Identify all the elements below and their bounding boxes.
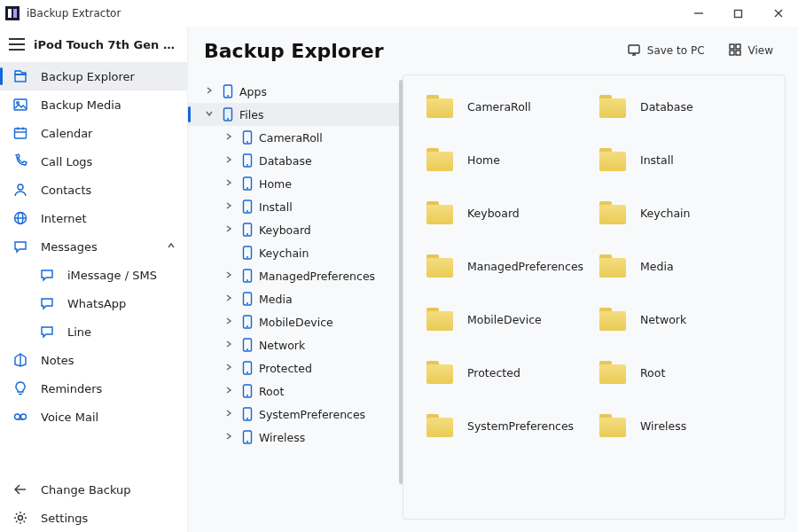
svg-rect-5 [14, 99, 27, 110]
folder-mobiledevice[interactable]: MobileDevice [426, 308, 589, 331]
tree-row-cameraroll[interactable]: CameraRoll [188, 126, 403, 149]
sidebar-item-whatsapp[interactable]: WhatsApp [0, 289, 187, 317]
chevron-right-icon[interactable] [222, 224, 236, 236]
tree-row-keychain[interactable]: Keychain [188, 241, 403, 264]
folder-icon [426, 414, 453, 437]
calendar-icon [12, 125, 28, 141]
tree-row-systempreferences[interactable]: SystemPreferences [188, 403, 403, 426]
chevron-right-icon[interactable] [202, 86, 216, 98]
folder-keyboard[interactable]: Keyboard [426, 201, 589, 224]
svg-point-18 [21, 414, 27, 419]
app-title: iBackup Extractor [27, 7, 121, 20]
tree-row-protected[interactable]: Protected [188, 356, 403, 379]
folder-wireless[interactable]: Wireless [599, 414, 762, 437]
sidebar-item-label: Calendar [41, 127, 92, 140]
sidebar-item-imessage-sms[interactable]: iMessage / SMS [0, 261, 187, 289]
chevron-right-icon[interactable] [222, 293, 236, 305]
close-button[interactable] [758, 0, 798, 27]
chevron-down-icon[interactable] [202, 109, 216, 121]
maximize-button[interactable] [718, 0, 758, 27]
folder-icon [599, 148, 626, 171]
folder-icon [599, 201, 626, 224]
sidebar-item-backup-explorer[interactable]: Backup Explorer [0, 62, 187, 90]
tree-row-root[interactable]: Root [188, 379, 403, 403]
sidebar-item-label: WhatsApp [67, 297, 126, 310]
folder-media[interactable]: Media [599, 254, 762, 278]
chevron-right-icon[interactable] [222, 386, 236, 397]
chevron-right-icon[interactable] [222, 363, 236, 374]
sidebar-item-label: Line [67, 325, 91, 339]
sidebar-item-internet[interactable]: Internet [0, 204, 187, 232]
chevron-right-icon[interactable] [222, 409, 236, 420]
sidebar-item-line[interactable]: Line [0, 317, 187, 346]
lightbulb-icon [12, 380, 28, 396]
sidebar-item-backup-media[interactable]: Backup Media [0, 90, 187, 119]
tree-row-mobiledevice[interactable]: MobileDevice [188, 310, 403, 333]
sidebar-item-settings[interactable]: Settings [0, 504, 187, 532]
tree-row-managedpreferences[interactable]: ManagedPreferences [188, 264, 403, 287]
folder-protected[interactable]: Protected [426, 361, 589, 384]
sidebar-item-notes[interactable]: Notes [0, 346, 187, 374]
sidebar-item-change-backup[interactable]: Change Backup [0, 475, 187, 504]
page-title: Backup Explorer [204, 40, 384, 62]
sidebar-item-calendar[interactable]: Calendar [0, 119, 187, 147]
chevron-right-icon[interactable] [222, 178, 236, 190]
minimize-button[interactable] [678, 0, 718, 27]
save-to-pc-button[interactable]: Save to PC [618, 37, 714, 64]
folder-network[interactable]: Network [599, 308, 762, 331]
sidebar-item-label: Voice Mail [41, 411, 98, 424]
chevron-right-icon[interactable] [222, 270, 236, 282]
view-button[interactable]: View [719, 37, 782, 64]
tree-row-home[interactable]: Home [188, 172, 403, 195]
tree-row-database[interactable]: Database [188, 149, 403, 172]
device-icon [241, 153, 254, 168]
titlebar: iBackup Extractor [0, 0, 798, 27]
sidebar-item-label: Backup Explorer [41, 70, 135, 83]
folder-panel: CameraRollDatabaseHomeInstallKeyboardKey… [403, 74, 786, 520]
sidebar-item-voice-mail[interactable]: Voice Mail [0, 403, 187, 431]
hamburger-icon[interactable] [9, 38, 25, 51]
chevron-right-icon[interactable] [222, 340, 236, 351]
folder-managedpreferences[interactable]: ManagedPreferences [426, 254, 589, 278]
folder-label: MobileDevice [467, 313, 542, 326]
chevron-right-icon[interactable] [222, 132, 236, 144]
folder-label: Protected [467, 366, 520, 379]
folder-keychain[interactable]: Keychain [599, 201, 762, 224]
device-icon [241, 130, 254, 145]
folder-label: Wireless [640, 419, 686, 433]
sidebar-item-messages[interactable]: Messages [0, 232, 187, 261]
sidebar-item-label: Backup Media [41, 98, 121, 112]
tree-row-network[interactable]: Network [188, 333, 403, 356]
sidebar-item-reminders[interactable]: Reminders [0, 374, 187, 403]
chevron-right-icon[interactable] [222, 201, 236, 213]
tree-row-media[interactable]: Media [188, 287, 403, 310]
tree-row-apps[interactable]: Apps [188, 80, 403, 103]
chevron-right-icon[interactable] [222, 317, 236, 328]
svg-rect-28 [736, 51, 740, 55]
chat-icon [39, 324, 55, 340]
svg-rect-25 [730, 44, 734, 49]
sidebar-item-label: Contacts [41, 184, 91, 197]
sidebar-item-call-logs[interactable]: Call Logs [0, 147, 187, 176]
sidebar-item-label: Call Logs [41, 155, 92, 168]
folder-database[interactable]: Database [599, 95, 762, 118]
sidebar-item-contacts[interactable]: Contacts [0, 176, 187, 204]
tree-row-files[interactable]: Files [188, 103, 403, 126]
tree-row-install[interactable]: Install [188, 195, 403, 218]
folder-systempreferences[interactable]: SystemPreferences [426, 414, 589, 437]
device-icon [241, 176, 254, 191]
tree-row-keyboard[interactable]: Keyboard [188, 218, 403, 241]
device-name: iPod Touch 7th Gen (from To… [34, 38, 178, 51]
folder-label: SystemPreferences [467, 419, 574, 433]
chevron-right-icon[interactable] [222, 155, 236, 167]
folder-cameraroll[interactable]: CameraRoll [426, 95, 589, 118]
chevron-right-icon[interactable] [222, 432, 236, 443]
folder-icon [599, 95, 626, 118]
folder-root[interactable]: Root [599, 361, 762, 384]
tree-row-wireless[interactable]: Wireless [188, 426, 403, 449]
folder-home[interactable]: Home [426, 148, 589, 171]
svg-point-21 [19, 516, 23, 520]
note-icon [12, 352, 28, 368]
gear-icon [12, 510, 28, 526]
folder-install[interactable]: Install [599, 148, 762, 171]
